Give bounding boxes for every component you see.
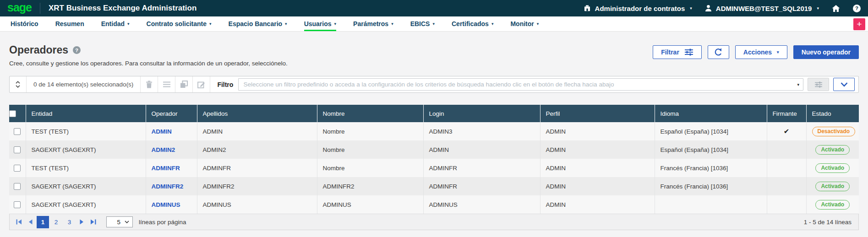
status-badge: Activado: [815, 145, 850, 155]
nav-item-entidad[interactable]: Entidad▾: [101, 16, 130, 31]
edit-button[interactable]: [193, 76, 210, 92]
selection-summary: 0 de 14 elemento(s) seleccionado(s): [27, 76, 141, 92]
col-header-entidad[interactable]: Entidad: [26, 105, 146, 122]
page-title-row: Operadores ?: [9, 44, 288, 56]
cell-nombre: Nombre: [317, 159, 423, 177]
table-row[interactable]: SAGEXRT (SAGEXRT) ADMINFR2 ADMINFR2 ADMI…: [9, 177, 859, 195]
refresh-icon: [714, 48, 723, 57]
cell-perfil: ADMIN: [540, 122, 655, 140]
table-row[interactable]: SAGEXRT (SAGEXRT) ADMINUS ADMINUS ADMINU…: [9, 195, 859, 214]
collapse-toolbar-control[interactable]: [10, 76, 27, 92]
table-row[interactable]: TEST (TEST) ADMINFR ADMINFR Nombre ADMIN…: [9, 159, 859, 177]
table-row[interactable]: SAGEXRT (SAGEXRT) ADMIN2 ADMIN2 Nombre A…: [9, 140, 859, 159]
filter-input-wrap: ▾: [238, 78, 803, 91]
add-button[interactable]: +: [853, 18, 865, 30]
last-page-button[interactable]: [87, 216, 99, 228]
user-icon: [705, 5, 712, 12]
table-pagination: 1 2 3 5 líneas por página 1 - 5 de 14 lí…: [9, 214, 859, 230]
cell-idioma: Francés (Francia) [1036]: [655, 177, 767, 195]
nav-label: EBICS: [410, 20, 430, 27]
cell-apellidos: ADMIN2: [197, 140, 317, 159]
nav-item-contrato-solicitante[interactable]: Contrato solicitante▾: [147, 16, 212, 31]
operator-link[interactable]: ADMIN2: [152, 146, 175, 153]
col-header-login[interactable]: Login: [423, 105, 540, 122]
menu-lines-icon: [163, 81, 170, 87]
first-page-button[interactable]: [13, 216, 25, 228]
row-checkbox[interactable]: [14, 183, 21, 190]
nav-item-espacio-bancario[interactable]: Espacio Bancario▾: [229, 16, 287, 31]
refresh-button[interactable]: [708, 45, 729, 59]
col-header-firmante[interactable]: Firmante: [767, 105, 806, 122]
cell-nombre: Nombre: [317, 122, 423, 140]
table-row[interactable]: TEST (TEST) ADMIN ADMIN Nombre ADMIN3 AD…: [9, 122, 859, 140]
nav-item-historico[interactable]: Histórico: [11, 16, 38, 31]
col-header-estado[interactable]: Estado: [806, 105, 859, 122]
row-checkbox[interactable]: [14, 128, 21, 135]
row-checkbox[interactable]: [14, 146, 21, 153]
page-help-icon[interactable]: ?: [73, 46, 81, 54]
nav-item-monitor[interactable]: Monitor▾: [510, 16, 539, 31]
col-header-operador[interactable]: Operador: [146, 105, 197, 122]
col-header-idioma[interactable]: Idioma: [655, 105, 767, 122]
operator-link[interactable]: ADMIN: [152, 128, 172, 135]
filter-settings-button: [808, 78, 829, 91]
col-header-apellidos[interactable]: Apellidos: [197, 105, 317, 122]
row-checkbox[interactable]: [14, 201, 21, 208]
nav-item-resumen[interactable]: Resumen: [55, 16, 84, 31]
filter-button[interactable]: Filtrar: [653, 45, 702, 59]
cell-apellidos: ADMINFR: [197, 159, 317, 177]
page-size-select[interactable]: 5: [106, 216, 133, 227]
user-label: ADMINWEB@TEST_SQL2019: [716, 5, 812, 12]
copy-icon: [180, 81, 188, 88]
contract-admin-menu[interactable]: Administrador de contratos ▾: [584, 5, 692, 12]
cell-entidad: SAGEXRT (SAGEXRT): [26, 177, 146, 195]
table-header-row: Entidad Operador Apellidos Nombre Login …: [9, 105, 859, 122]
col-header-nombre[interactable]: Nombre: [317, 105, 423, 122]
expand-filter-button[interactable]: [833, 78, 855, 91]
help-icon: ?: [853, 5, 861, 12]
col-header-perfil[interactable]: Perfil: [540, 105, 655, 122]
nav-item-parametros[interactable]: Parámetros▾: [353, 16, 393, 31]
row-checkbox[interactable]: [14, 165, 21, 172]
delete-button[interactable]: [141, 76, 158, 92]
signer-check-icon: ✔: [784, 127, 790, 135]
app-title: XRT Business Exchange Administration: [49, 4, 197, 13]
cell-perfil: ADMIN: [540, 195, 655, 214]
page-number-1[interactable]: 1: [37, 216, 49, 228]
page-title: Operadores: [9, 44, 68, 56]
building-icon: [584, 5, 591, 12]
help-button[interactable]: ?: [853, 5, 861, 12]
user-menu[interactable]: ADMINWEB@TEST_SQL2019 ▾: [705, 5, 819, 12]
list-view-button[interactable]: [158, 76, 175, 92]
page-actions: Filtrar Acciones ▾ Nuevo operador: [653, 45, 859, 67]
cell-login: ADMIN3: [423, 122, 540, 140]
page-number-3[interactable]: 3: [63, 216, 76, 228]
cell-nombre: ADMINFR2: [317, 177, 423, 195]
duplicate-button[interactable]: [175, 76, 193, 92]
operator-link[interactable]: ADMINUS: [152, 201, 180, 208]
cell-apellidos: ADMINUS: [197, 195, 317, 214]
actions-button[interactable]: Acciones ▾: [735, 45, 787, 59]
topbar-controls: Administrador de contratos ▾ ADMINWEB@TE…: [584, 5, 861, 12]
operator-link[interactable]: ADMINFR2: [152, 183, 184, 190]
cell-login: ADMINFR: [423, 159, 540, 177]
nav-label: Espacio Bancario: [229, 20, 283, 27]
next-page-button[interactable]: [76, 216, 87, 228]
chevron-down-icon: ▾: [777, 50, 779, 54]
cell-idioma: Español (España) [1034]: [655, 140, 767, 159]
nav-item-ebics[interactable]: EBICS▾: [410, 16, 435, 31]
trash-icon: [146, 81, 153, 88]
table-toolbar: 0 de 14 elemento(s) seleccionado(s) Filt…: [9, 76, 859, 93]
operator-link[interactable]: ADMINFR: [152, 165, 180, 172]
home-icon: [832, 5, 840, 12]
filter-input[interactable]: [238, 78, 803, 91]
nav-label: Certificados: [452, 20, 489, 27]
chevron-down-icon: [125, 221, 129, 223]
nav-item-certificados[interactable]: Certificados▾: [452, 16, 493, 31]
new-operator-button[interactable]: Nuevo operador: [793, 45, 859, 59]
home-button[interactable]: [832, 5, 840, 12]
previous-page-button[interactable]: [25, 216, 36, 228]
page-number-2[interactable]: 2: [50, 216, 62, 228]
nav-item-usuarios[interactable]: Usuarios▾: [304, 16, 336, 31]
select-all-checkbox[interactable]: [9, 110, 16, 117]
